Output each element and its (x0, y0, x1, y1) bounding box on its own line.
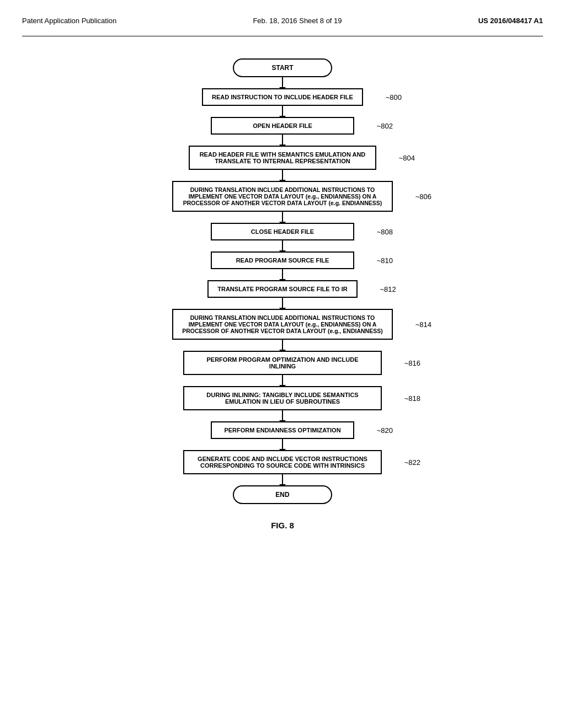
arrow-10 (282, 410, 283, 421)
step-num-808: ~808 (377, 228, 393, 236)
node-818: DURING INLINING: TANGIBLY INCLUDE SEMANT… (183, 386, 382, 410)
label-808: CLOSE HEADER FILE (251, 228, 314, 235)
box-816: PERFORM PROGRAM OPTIMIZATION AND INCLUDE… (183, 351, 382, 375)
end-node: END (233, 485, 332, 504)
label-802: OPEN HEADER FILE (253, 122, 312, 129)
step-num-814: ~814 (415, 320, 431, 329)
box-806: DURING TRANSLATION INCLUDE ADDITIONAL IN… (172, 181, 393, 212)
start-node: START (233, 58, 332, 77)
step-num-806: ~806 (415, 192, 431, 201)
arrow-1 (282, 106, 283, 117)
box-822: GENERATE CODE AND INCLUDE VECTOR INSTRUC… (183, 450, 382, 474)
arrow-6 (282, 269, 283, 280)
label-806: DURING TRANSLATION INCLUDE ADDITIONAL IN… (183, 186, 382, 206)
node-800: READ INSTRUCTION TO INCLUDE HEADER FILE … (202, 88, 363, 106)
label-804: READ HEADER FILE WITH SEMANTICS EMULATIO… (200, 151, 366, 164)
node-822: GENERATE CODE AND INCLUDE VECTOR INSTRUC… (183, 450, 382, 474)
label-812: TRANSLATE PROGRAM SOURCE FILE TO IR (217, 286, 348, 292)
node-812: TRANSLATE PROGRAM SOURCE FILE TO IR ~812 (207, 280, 358, 298)
arrow-4 (282, 212, 283, 223)
flow-container: START READ INSTRUCTION TO INCLUDE HEADER… (117, 58, 448, 504)
label-810: READ PROGRAM SOURCE FILE (236, 257, 329, 264)
step-num-812: ~812 (380, 285, 396, 293)
arrow-7 (282, 298, 283, 309)
node-816: PERFORM PROGRAM OPTIMIZATION AND INCLUDE… (183, 351, 382, 375)
start-shape: START (233, 58, 332, 77)
end-label: END (275, 491, 289, 499)
arrow-0 (282, 77, 283, 88)
label-818: DURING INLINING: TANGIBLY INCLUDE SEMANT… (206, 392, 358, 405)
step-num-810: ~810 (377, 256, 393, 265)
header-right: US 2016/048417 A1 (478, 17, 543, 25)
header-center: Feb. 18, 2016 Sheet 8 of 19 (253, 17, 342, 25)
label-822: GENERATE CODE AND INCLUDE VECTOR INSTRUC… (198, 456, 367, 469)
step-num-804: ~804 (399, 154, 415, 162)
arrow-3 (282, 170, 283, 181)
arrow-5 (282, 240, 283, 251)
header-left: Patent Application Publication (22, 17, 116, 25)
step-num-800: ~800 (386, 93, 402, 101)
label-816: PERFORM PROGRAM OPTIMIZATION AND INCLUDE… (207, 356, 359, 370)
arrow-12 (282, 474, 283, 485)
node-806: DURING TRANSLATION INCLUDE ADDITIONAL IN… (172, 181, 393, 212)
arrow-8 (282, 340, 283, 351)
box-800: READ INSTRUCTION TO INCLUDE HEADER FILE (202, 88, 363, 106)
node-808: CLOSE HEADER FILE ~808 (211, 223, 354, 240)
node-814: DURING TRANSLATION INCLUDE ADDITIONAL IN… (172, 309, 393, 340)
box-808: CLOSE HEADER FILE (211, 223, 354, 240)
box-802: OPEN HEADER FILE (211, 117, 354, 135)
step-num-820: ~820 (377, 426, 393, 435)
label-820: PERFORM ENDIANNESS OPTIMIZATION (224, 427, 340, 433)
diagram-area: START READ INSTRUCTION TO INCLUDE HEADER… (22, 53, 543, 530)
box-810: READ PROGRAM SOURCE FILE (211, 251, 354, 269)
start-label: START (271, 64, 293, 72)
arrow-2 (282, 135, 283, 146)
box-820: PERFORM ENDIANNESS OPTIMIZATION (211, 421, 354, 439)
label-800: READ INSTRUCTION TO INCLUDE HEADER FILE (212, 94, 353, 100)
arrow-11 (282, 439, 283, 450)
node-804: READ HEADER FILE WITH SEMANTICS EMULATIO… (189, 146, 376, 170)
node-810: READ PROGRAM SOURCE FILE ~810 (211, 251, 354, 269)
box-812: TRANSLATE PROGRAM SOURCE FILE TO IR (207, 280, 358, 298)
end-shape: END (233, 485, 332, 504)
step-num-802: ~802 (377, 122, 393, 130)
step-num-822: ~822 (404, 458, 420, 467)
figure-label: FIG. 8 (271, 521, 294, 530)
node-802: OPEN HEADER FILE ~802 (211, 117, 354, 135)
box-818: DURING INLINING: TANGIBLY INCLUDE SEMANT… (183, 386, 382, 410)
page-header: Patent Application Publication Feb. 18, … (22, 11, 543, 36)
node-820: PERFORM ENDIANNESS OPTIMIZATION ~820 (211, 421, 354, 439)
page: Patent Application Publication Feb. 18, … (0, 0, 565, 728)
step-num-818: ~818 (404, 394, 420, 403)
box-814: DURING TRANSLATION INCLUDE ADDITIONAL IN… (172, 309, 393, 340)
arrow-9 (282, 375, 283, 386)
label-814: DURING TRANSLATION INCLUDE ADDITIONAL IN… (182, 314, 382, 334)
box-804: READ HEADER FILE WITH SEMANTICS EMULATIO… (189, 146, 376, 170)
step-num-816: ~816 (404, 359, 420, 367)
